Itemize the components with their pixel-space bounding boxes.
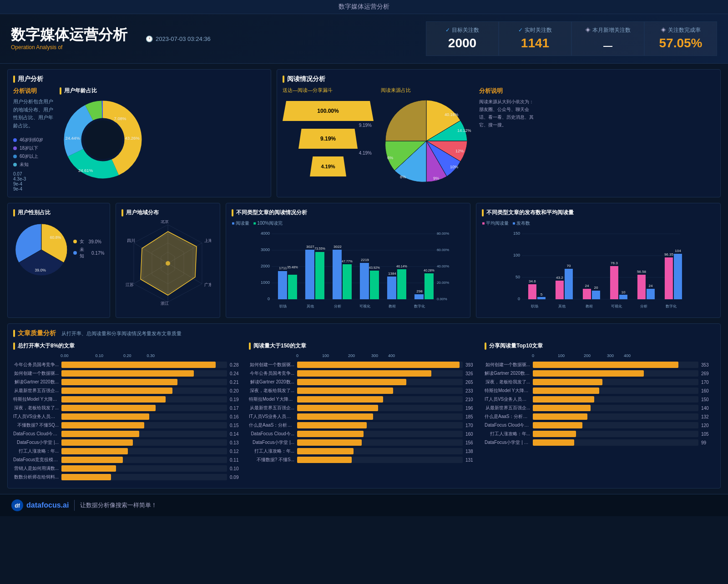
bar-label: 从最新世界五百强企... bbox=[249, 405, 294, 411]
svg-text:浙江: 浙江 bbox=[161, 301, 169, 306]
svg-text:2219: 2219 bbox=[361, 258, 369, 262]
bar-fill bbox=[297, 431, 364, 437]
bar-label: 打工人涨攻略：年... bbox=[13, 448, 59, 454]
layers-icon-0: ◈ bbox=[585, 27, 591, 33]
bar-qita-pub bbox=[565, 269, 573, 299]
bar-value: 265 bbox=[465, 380, 479, 385]
bar-value: 160 bbox=[701, 388, 715, 393]
list-item: 深夜，老板给我发了... 170 bbox=[485, 379, 715, 385]
gender-legend: 女 39.0% 未知 0.17% bbox=[73, 238, 105, 261]
page-subtitle: Operation Analysis of bbox=[11, 44, 127, 50]
read-gt-panel: 阅读量大于150的文章 0 100 200 300 400 如何创建一个数据驱.… bbox=[249, 342, 479, 483]
bar-label: DataFocus小学堂 | 结... bbox=[485, 439, 530, 446]
funnel-label-pct1: 9.19% bbox=[283, 123, 374, 128]
svg-text:43.26%: 43.26% bbox=[125, 136, 140, 141]
funnel-level-3: 4.19% bbox=[310, 156, 346, 176]
bar-label: 解读Gartner 2020数... bbox=[13, 379, 59, 385]
bar-value: 269 bbox=[701, 371, 715, 376]
gender-chart-area: 60.8% 39.0% 女 39.0% 未知 0.17% bbox=[13, 220, 104, 279]
title-bar-indicator bbox=[13, 76, 15, 83]
bar-value: 140 bbox=[701, 406, 715, 411]
svg-text:47.77%: 47.77% bbox=[342, 260, 353, 263]
funnel-level-1: 100.00% bbox=[283, 101, 374, 121]
bar-value: 196 bbox=[465, 406, 479, 411]
bar-label: 如何创建一个数据驱... bbox=[485, 362, 530, 368]
list-item: 特斯拉Model Y大降价... 160 bbox=[485, 388, 715, 394]
bar-label: 深夜，老板给我发了... bbox=[13, 405, 59, 411]
svg-text:40.00%: 40.00% bbox=[437, 264, 449, 268]
open-rate-panel: 总打开率大于8%的文章 0.00 0.10 0.20 0.30 今年公务员国考竞… bbox=[13, 342, 243, 483]
svg-text:北京: 北京 bbox=[161, 220, 169, 224]
list-item: 不懂数据? 不懂SQ... 0.15 bbox=[13, 422, 243, 428]
bar-fill bbox=[533, 396, 594, 403]
svg-text:其他: 其他 bbox=[307, 304, 314, 308]
bar-value: 0.13 bbox=[230, 440, 243, 445]
bar-fill bbox=[61, 465, 116, 472]
bar-track bbox=[61, 422, 227, 428]
bar-label: 打工人涨攻略：年... bbox=[249, 448, 294, 454]
svg-text:3027: 3027 bbox=[306, 245, 314, 249]
svg-text:分析: 分析 bbox=[640, 304, 647, 308]
reading-analysis-panel: 阅读情况分析 送达—阅读—分享漏斗 100.00% 9.19% bbox=[277, 69, 721, 197]
reading-src-note-panel: 分析说明 阅读来源从大到小依次为：朋友圈、公众号、聊天会话、看一看、历史消息、其… bbox=[479, 87, 534, 129]
bar-track bbox=[533, 422, 698, 428]
bar-fill bbox=[533, 422, 582, 428]
svg-text:43.2: 43.2 bbox=[556, 276, 563, 280]
list-item: DataFocus小学堂 |... 0.13 bbox=[13, 439, 243, 446]
gender-bar-indicator bbox=[13, 209, 15, 216]
footer: df datafocus.ai 让数据分析像搜索一样简单！ bbox=[0, 494, 728, 516]
list-item: 解读Gartner 2020数... 0.21 bbox=[13, 379, 243, 385]
bar-keshihua-read bbox=[360, 263, 369, 299]
svg-text:104: 104 bbox=[675, 249, 681, 253]
legend-dot-1 bbox=[13, 146, 17, 150]
bar-label: 今年公务员国考竞争... bbox=[13, 362, 59, 368]
bar-label: 特斯拉Model Y大降价... bbox=[485, 388, 530, 394]
analysis-label: 分析说明 bbox=[13, 87, 54, 95]
bar-track bbox=[297, 422, 463, 428]
bar-track bbox=[533, 379, 698, 385]
header: 数字媒体运营分析 Operation Analysis of 🕐 2023-07… bbox=[0, 14, 728, 64]
stat-value-3: 57.05% bbox=[657, 36, 704, 50]
bar-fill bbox=[297, 370, 431, 377]
stat-value-2: — bbox=[585, 36, 631, 51]
user-analysis-title: 用户分析 bbox=[13, 75, 265, 83]
list-item: DataFocus小学堂 |... 156 bbox=[249, 439, 479, 446]
bar-track bbox=[61, 457, 227, 463]
list-item: 如何创建一个数据驱... 353 bbox=[485, 362, 715, 368]
bar-fill bbox=[297, 439, 362, 446]
bar-value: 233 bbox=[465, 388, 479, 393]
region-title: 用户地域分布 bbox=[121, 209, 214, 216]
svg-text:数字化: 数字化 bbox=[414, 304, 425, 308]
bar-label: DataFocus小学堂 |... bbox=[249, 439, 294, 446]
svg-text:20.00%: 20.00% bbox=[437, 281, 449, 285]
bar-track bbox=[297, 413, 463, 420]
reading-analysis-title: 阅读情况分析 bbox=[283, 75, 715, 83]
bar-fill bbox=[297, 396, 383, 403]
bar-value: 156 bbox=[465, 440, 479, 445]
bar-label: DataFocus Cloud今... bbox=[249, 431, 294, 437]
bar-track bbox=[297, 448, 463, 454]
bar-label: DataFocus小学堂 |... bbox=[13, 439, 59, 446]
svg-text:60.00%: 60.00% bbox=[437, 248, 449, 252]
read-gt-axis: 0 100 200 300 400 bbox=[249, 353, 479, 358]
svg-text:12%: 12% bbox=[455, 149, 464, 153]
bar-value: 170 bbox=[701, 380, 715, 385]
funnel-level-2: 9.19% bbox=[298, 129, 358, 149]
datetime-value: 2023-07-03 03:24:36 bbox=[156, 35, 211, 42]
bar-keshihua-pub bbox=[619, 295, 627, 299]
bar-fill bbox=[61, 405, 156, 411]
type-pub-subtitle: ■ 平均阅读量 ■ 发布数 bbox=[482, 220, 715, 227]
read-gt-title: 阅读量大于150的文章 bbox=[249, 342, 479, 350]
stat-label-2: ◈ 本月新增关注数 bbox=[585, 26, 631, 34]
bar-value: 0.10 bbox=[230, 466, 243, 471]
bar-label: 打工人涨攻略：年... bbox=[485, 431, 530, 437]
bar-label: 数数分析师在给饲料... bbox=[13, 474, 59, 480]
bar-value: 0.19 bbox=[230, 397, 243, 402]
bar-zhichang-read100 bbox=[288, 275, 297, 299]
share-top-bar-list: 如何创建一个数据驱... 353 解读Gartner 2020数据... 269… bbox=[485, 362, 715, 446]
list-item: 数数分析师在给饲料... 0.09 bbox=[13, 474, 243, 480]
bar-fill bbox=[61, 448, 128, 454]
list-item: 特斯拉Model Y大降价... 210 bbox=[249, 396, 479, 403]
bar-value: 0.20 bbox=[230, 388, 243, 393]
clock-icon: 🕐 bbox=[146, 35, 153, 42]
